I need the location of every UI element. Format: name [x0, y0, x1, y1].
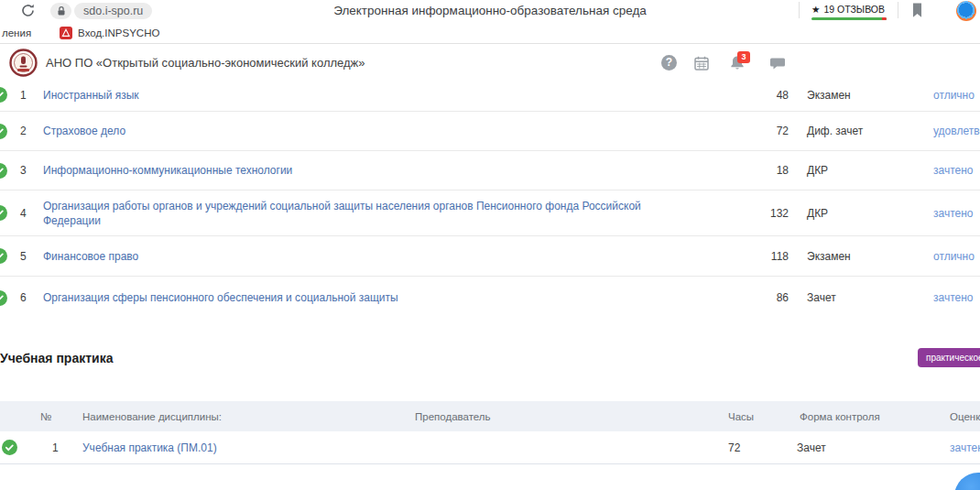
discipline-link[interactable]: Иностранный язык	[43, 88, 721, 103]
grade-link[interactable]: отлично	[933, 250, 980, 263]
profile-avatar[interactable]	[956, 1, 976, 21]
practice-type-badge: практическое	[918, 348, 980, 367]
floating-action-button[interactable]	[954, 473, 980, 490]
control-form: Диф. зачет	[807, 125, 921, 137]
control-form: ДКР	[807, 164, 921, 177]
hours-value: 48	[721, 89, 789, 102]
check-circle-icon	[0, 248, 7, 264]
toolbar-divider	[898, 2, 898, 18]
bookmark-icon[interactable]	[910, 3, 924, 22]
control-form: ДКР	[807, 207, 921, 220]
college-logo[interactable]	[9, 49, 38, 81]
table-row: 1 Иностранный язык 48 Экзамен отлично	[0, 79, 980, 112]
table-row: 1 Учебная практика (ПМ.01) 72 Зачет зачт…	[0, 431, 980, 464]
col-header-name: Наименование дисциплины:	[82, 411, 408, 422]
hours-value: 132	[721, 207, 789, 220]
browser-chrome: sdo.i-spo.ru Электронная информационно-о…	[0, 0, 980, 22]
hours-value: 18	[721, 164, 789, 177]
table-row: 4 Организация работы органов и учреждени…	[0, 191, 980, 236]
hours-value: 118	[721, 250, 789, 263]
calendar-icon[interactable]	[693, 44, 710, 82]
discipline-link[interactable]: Организация работы органов и учреждений …	[43, 199, 721, 228]
chat-icon[interactable]	[769, 44, 786, 82]
reviews-label: 19 ОТЗЫВОВ	[823, 4, 885, 15]
star-icon: ★	[811, 4, 820, 15]
row-number: 4	[20, 207, 42, 220]
grade-link[interactable]: зачтено	[933, 164, 980, 177]
discipline-link[interactable]: Страховое дело	[43, 124, 721, 138]
row-number: 6	[20, 291, 42, 304]
section-title: Учебная практика	[0, 351, 113, 365]
check-circle-icon	[0, 290, 7, 306]
grade-link[interactable]: удовлетворительно	[933, 125, 980, 137]
col-header-hours: Часы	[728, 411, 759, 422]
col-header-num: №	[40, 411, 68, 422]
row-number: 1	[20, 89, 42, 102]
org-title: АНО ПО «Открытый социально-экономический…	[46, 44, 365, 82]
check-circle-icon	[0, 163, 7, 179]
table-row: 2 Страховое дело 72 Диф. зачет удовлетво…	[0, 112, 980, 151]
discipline-link[interactable]: Финансовое право	[43, 249, 721, 264]
grade-link[interactable]: зачтено	[933, 291, 980, 304]
discipline-link[interactable]: Информационно-коммуникационные технологи…	[43, 163, 721, 178]
col-header-grade: Оценка	[950, 411, 980, 422]
grade-link[interactable]: отлично	[933, 89, 980, 102]
col-header-control: Форма контроля	[800, 411, 919, 422]
notifications-bell-icon[interactable]: 3	[729, 44, 746, 82]
app-header: АНО ПО «Открытый социально-экономический…	[0, 44, 980, 82]
table-row: 3 Информационно-коммуникационные техноло…	[0, 151, 980, 191]
row-number: 1	[52, 441, 74, 454]
notification-count-badge: 3	[737, 51, 750, 63]
control-form: Экзамен	[807, 250, 921, 263]
control-form: Экзамен	[807, 89, 921, 102]
row-number: 5	[20, 250, 42, 263]
bookmark-item-inpsycho[interactable]: Вход.INPSYCHO	[78, 27, 159, 38]
table-row: 6 Организация сферы пенсионного обеспече…	[0, 277, 980, 319]
check-circle-icon	[0, 87, 7, 103]
control-form: Зачет	[797, 441, 916, 454]
row-number: 2	[20, 125, 42, 137]
toolbar-divider	[799, 2, 800, 18]
control-form: Зачет	[807, 291, 921, 304]
discipline-link[interactable]: Организация сферы пенсионного обеспечени…	[43, 290, 721, 305]
reviews-progress-tip	[882, 17, 887, 20]
reviews-button[interactable]: ★ 19 ОТЗЫВОВ	[810, 2, 887, 16]
inpsycho-favicon	[60, 27, 72, 39]
bookmarks-bar: ления Вход.INPSYCHO	[0, 22, 980, 44]
check-circle-icon	[0, 124, 7, 139]
hours-value: 86	[721, 291, 789, 304]
check-circle-icon	[2, 440, 17, 455]
table-row: 5 Финансовое право 118 Экзамен отлично	[0, 236, 980, 277]
check-circle-icon	[0, 205, 7, 221]
row-number: 3	[20, 164, 42, 177]
bookmark-item-partial[interactable]: ления	[2, 27, 31, 38]
grade-link[interactable]: зачтено	[933, 207, 980, 220]
discipline-link[interactable]: Учебная практика (ПМ.01)	[82, 441, 408, 454]
help-icon[interactable]: ?	[661, 44, 677, 82]
hours-value: 72	[728, 441, 751, 454]
grade-link[interactable]: зачтено	[950, 441, 980, 454]
col-header-teacher: Преподаватель	[415, 411, 717, 422]
practice-table-header: № Наименование дисциплины: Преподаватель…	[0, 401, 980, 431]
hours-value: 72	[721, 125, 789, 137]
reviews-progress-bar	[811, 17, 887, 20]
